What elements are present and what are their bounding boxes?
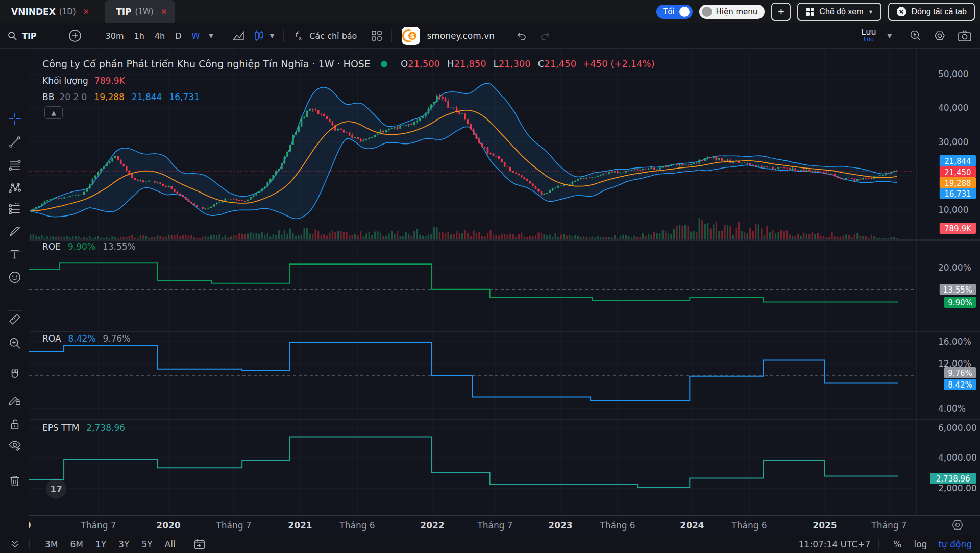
chart-canvas[interactable]: 50,00040,00030,00010,00020.00%16.00%12.0… [0, 49, 980, 535]
eps-legend-row: EPS TTM 2,738.96 [42, 422, 125, 434]
brand-link[interactable]: $ smoney.com.vn [401, 26, 495, 45]
range-3m[interactable]: 3M [39, 539, 64, 549]
svg-text:4,000.00: 4,000.00 [938, 452, 977, 463]
hide-drawings-tool[interactable] [8, 438, 22, 452]
horizontal-lines-tool[interactable] [8, 158, 22, 172]
svg-text:20.00%: 20.00% [938, 262, 971, 273]
range-1y[interactable]: 1Y [89, 539, 112, 549]
area-chart-icon [232, 29, 246, 42]
chart-type-dropdown-icon[interactable]: ▼ [270, 33, 274, 39]
settings-button[interactable] [933, 29, 946, 42]
indicator-templates-button[interactable] [371, 30, 382, 41]
interval-30m[interactable]: 30m [101, 31, 129, 41]
legend-collapse-button[interactable]: ▲ [44, 106, 63, 119]
tab-vnindex[interactable]: VNINDEX (1D) ✕ [0, 0, 97, 23]
roa-indicator-label[interactable]: ROA [42, 332, 61, 345]
undo-button[interactable] [516, 30, 528, 42]
bb-indicator-label[interactable]: BB [42, 91, 54, 103]
lock-all-tool[interactable] [8, 418, 22, 432]
auto-scale-button[interactable]: tự động [938, 539, 972, 549]
close-tab-icon[interactable]: ✕ [161, 7, 167, 16]
sidebar-divider [7, 310, 22, 311]
templates-grid-icon [371, 30, 382, 41]
svg-text:2,000.00: 2,000.00 [938, 483, 977, 493]
go-to-date-button[interactable] [193, 538, 206, 550]
svg-text:16,731: 16,731 [944, 189, 971, 199]
interval-1w[interactable]: W [187, 31, 205, 41]
hide-drawings-tool-icon [8, 438, 22, 452]
candles-icon [253, 29, 265, 42]
tab-symbol: VNINDEX [11, 7, 56, 17]
close-all-label: Đóng tất cả tab [911, 7, 967, 16]
symbol-title[interactable]: Công ty Cổ phần Phát triển Khu Công nghi… [42, 58, 371, 70]
bb-upper-value: 21,844 [132, 91, 162, 103]
open-label: O [401, 58, 408, 70]
indicators-button[interactable]: f x Các chỉ báo [293, 30, 357, 42]
svg-text:19,288: 19,288 [944, 179, 971, 188]
show-menu-toggle[interactable]: Hiện menu [699, 5, 765, 19]
drawing-lock-tool[interactable] [8, 393, 22, 407]
zoom-in-tool[interactable] [8, 336, 22, 350]
volume-legend-row: Khối lượng 789.9K [42, 75, 125, 87]
tab-interval: (1D) [59, 7, 76, 16]
percent-scale-button[interactable]: % [887, 539, 908, 549]
compare-add-button[interactable] [68, 29, 82, 42]
close-all-tabs-button[interactable]: Đóng tất cả tab [888, 3, 975, 21]
clock-display[interactable]: 11:07:14 UTC+7 [799, 539, 871, 549]
svg-text:6,000.00: 6,000.00 [938, 423, 977, 433]
crosshair-tool[interactable] [8, 112, 22, 126]
volume-label[interactable]: Khối lượng [42, 75, 88, 87]
quick-search-button[interactable] [909, 29, 922, 42]
text-tool[interactable] [8, 247, 22, 261]
save-dropdown-icon[interactable]: ▼ [888, 33, 892, 39]
area-chart-type-button[interactable] [232, 29, 246, 42]
save-button[interactable]: Lưu Lưu [861, 28, 876, 43]
open-value: 21,500 [408, 58, 440, 70]
eps-indicator-label[interactable]: EPS TTM [42, 422, 79, 434]
svg-text:2020: 2020 [156, 520, 180, 531]
interval-dropdown-icon[interactable]: ▼ [209, 33, 213, 39]
chevron-down-icon: ▼ [868, 9, 874, 15]
xabcd-pattern-tool[interactable] [8, 181, 22, 195]
trend-line-tool[interactable] [8, 135, 22, 149]
magnet-tool[interactable] [8, 368, 22, 382]
close-tab-icon[interactable]: ✕ [83, 7, 90, 16]
ruler-tool[interactable] [8, 312, 22, 326]
range-6m[interactable]: 6M [64, 539, 89, 549]
dark-mode-label: Tối [663, 7, 675, 16]
svg-text:2,738.96: 2,738.96 [936, 474, 970, 484]
svg-text:Tháng 7: Tháng 7 [871, 520, 906, 531]
svg-text:2023: 2023 [548, 520, 572, 531]
svg-text:16.00%: 16.00% [938, 336, 971, 347]
snapshot-button[interactable] [958, 29, 972, 42]
emoji-tool[interactable] [8, 270, 22, 284]
redo-icon [539, 30, 551, 42]
interval-4h[interactable]: 4h [150, 31, 170, 41]
brush-tool[interactable] [8, 224, 22, 238]
tab-tip[interactable]: TIP (1W) ✕ [105, 0, 175, 23]
svg-text:2025: 2025 [813, 520, 837, 531]
interval-1h[interactable]: 1h [129, 31, 150, 41]
range-3y[interactable]: 3Y [112, 539, 135, 549]
log-scale-button[interactable]: log [908, 539, 933, 549]
horizontal-lines-tool-icon [8, 158, 22, 172]
range-5y[interactable]: 5Y [135, 539, 158, 549]
collapse-panel-button[interactable] [0, 539, 29, 550]
dark-mode-toggle[interactable]: Tối [656, 5, 693, 19]
view-mode-button[interactable]: Chế độ xem ▼ [797, 3, 881, 21]
symbol-search-button[interactable]: TIP [7, 31, 37, 41]
svg-text:Tháng 7: Tháng 7 [215, 520, 251, 531]
market-status-icon[interactable] [381, 61, 387, 67]
text-tool-icon [8, 247, 22, 261]
svg-text:9.76%: 9.76% [948, 369, 972, 378]
svg-text:21,450: 21,450 [944, 168, 971, 177]
remove-drawings-tool[interactable] [8, 474, 22, 488]
axis-settings-gear-icon[interactable] [952, 521, 963, 530]
candles-chart-type-button[interactable] [253, 29, 265, 42]
forecast-tool[interactable] [8, 201, 22, 215]
roe-indicator-label[interactable]: ROE [42, 241, 61, 253]
redo-button[interactable] [539, 30, 551, 42]
add-tab-button[interactable]: + [771, 3, 791, 21]
interval-1d[interactable]: D [170, 31, 186, 41]
range-all[interactable]: All [159, 539, 182, 549]
